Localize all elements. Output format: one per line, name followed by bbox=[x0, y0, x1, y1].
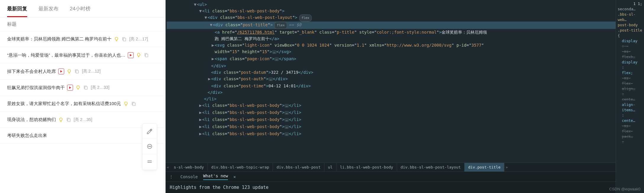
list-item[interactable]: 考研失败怎么走出来 bbox=[0, 128, 165, 144]
drawer-tab-console[interactable]: Console bbox=[180, 174, 198, 179]
forum-panel: 最新回复 最新发布 24小时榜 金球奖赔率：贝林厄姆领跑 姆巴佩第二 梅罗均在前… bbox=[0, 0, 166, 193]
crumb-item[interactable]: div.bbs-sl-web-topic-wrap bbox=[208, 163, 273, 172]
list-item[interactable]: 景姓女孩，请大家帮忙起个名字，如有采纳私信话费100元 bbox=[0, 96, 165, 112]
post-meta: [亮 2…35] bbox=[74, 117, 92, 122]
post-title: 考研失败怎么走出来 bbox=[7, 133, 47, 138]
devtools: ▼<ul> ▼<li class="bbs-sl-web-post-body">… bbox=[166, 0, 644, 193]
crumb-item[interactable]: div.bbs-sl-web-post bbox=[273, 163, 324, 172]
post-list: 金球奖赔率：贝林厄姆领跑 姆巴佩第二 梅罗均在前十[亮 2…17]“悬溺一响，纯… bbox=[0, 31, 165, 144]
post-meta: [亮 2…17] bbox=[129, 37, 148, 42]
tab-24h-rank[interactable]: 24小时榜 bbox=[70, 5, 90, 17]
floating-toolbar bbox=[142, 123, 157, 170]
elements-pane: ▼<ul> ▼<li class="bbs-sl-web-post-body">… bbox=[166, 0, 616, 193]
svg-point-8 bbox=[149, 146, 150, 146]
svg-rect-3 bbox=[85, 86, 87, 89]
post-title: 金球奖赔率：贝林厄姆领跑 姆巴佩第二 梅罗均在前十 bbox=[7, 36, 111, 42]
compose-button[interactable] bbox=[143, 124, 157, 139]
tab-latest-publish[interactable]: 最新发布 bbox=[38, 5, 59, 17]
post-title: 狂飙兄弟打假洪崖洞假牛肉干 bbox=[7, 85, 65, 91]
list-item[interactable]: 掉下来会不会全村人吃席[亮 2…12] bbox=[0, 63, 165, 80]
crumb-item-selected[interactable]: div.post-title bbox=[465, 163, 504, 172]
dom-tree[interactable]: ▼<ul> ▼<li class="bbs-sl-web-post-body">… bbox=[166, 0, 616, 163]
crumb-item[interactable]: s-sl-web-body bbox=[170, 163, 208, 172]
watermark: CSDN @eqwaak0 bbox=[609, 187, 640, 191]
post-meta: [亮 2…12] bbox=[82, 69, 101, 74]
list-item[interactable]: 狂飙兄弟打假洪崖洞假牛肉干[亮 2…33] bbox=[0, 80, 165, 96]
post-title: 景姓女孩，请大家帮忙起个名字，如有采纳私信话费100元 bbox=[7, 101, 121, 107]
tab-latest-reply[interactable]: 最新回复 bbox=[7, 5, 27, 17]
crumb-scroll-left[interactable]: « bbox=[166, 165, 170, 169]
drawer-tab-whats-new[interactable]: What's new bbox=[203, 174, 228, 180]
post-title: 现身说法，想劝劝赌狗们 bbox=[7, 117, 56, 122]
svg-rect-4 bbox=[133, 103, 135, 106]
svg-point-7 bbox=[148, 146, 149, 146]
comment-button[interactable] bbox=[143, 139, 157, 154]
list-item[interactable]: “悬溺一响，纯爱登场”，最幸福的事莫过于，你喜欢的人也… bbox=[0, 47, 165, 63]
more-button[interactable] bbox=[143, 154, 157, 170]
styles-pane[interactable]: 1 1; seconda… .bbs-sl-web… post-body .po… bbox=[616, 0, 644, 193]
post-title: 掉下来会不会全村人吃席 bbox=[7, 69, 56, 74]
post-title: “悬溺一响，纯爱登场”，最幸福的事莫过于，你喜欢的人也… bbox=[7, 53, 125, 58]
crumb-item[interactable]: li.bbs-sl-web-post-body bbox=[336, 163, 397, 172]
crumb-scroll-right[interactable]: » bbox=[504, 165, 509, 169]
close-icon[interactable]: ✕ bbox=[233, 174, 236, 179]
drawer-menu-icon[interactable]: ⋮ bbox=[169, 174, 173, 179]
svg-rect-5 bbox=[68, 119, 70, 122]
post-filter-tabs: 最新回复 最新发布 24小时榜 bbox=[0, 0, 165, 17]
drawer-headline: Highlights from the Chrome 123 update bbox=[166, 182, 616, 193]
title-search-input[interactable] bbox=[7, 22, 158, 27]
svg-rect-1 bbox=[145, 54, 148, 57]
devtools-drawer: ⋮ Console What's new ✕ Highlights from t… bbox=[166, 171, 616, 193]
list-item[interactable]: 金球奖赔率：贝林厄姆领跑 姆巴佩第二 梅罗均在前十[亮 2…17] bbox=[0, 31, 165, 47]
svg-rect-0 bbox=[123, 38, 126, 41]
svg-point-9 bbox=[150, 146, 151, 146]
post-meta: [亮 2…33] bbox=[91, 85, 109, 90]
list-item[interactable]: 现身说法，想劝劝赌狗们[亮 2…35] bbox=[0, 112, 165, 128]
svg-rect-2 bbox=[76, 70, 78, 73]
crumb-item[interactable]: ul bbox=[324, 163, 336, 172]
title-search-row bbox=[0, 17, 165, 31]
breadcrumb[interactable]: « s-sl-web-body div.bbs-sl-web-topic-wra… bbox=[166, 163, 616, 171]
crumb-item[interactable]: div.bbs-sl-web-post-layout bbox=[397, 163, 465, 172]
